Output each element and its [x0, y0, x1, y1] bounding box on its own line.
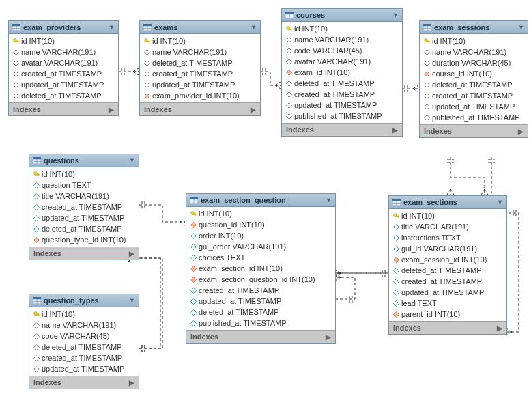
- entity-question_types[interactable]: question_types▼id INT(10)name VARCHAR(19…: [29, 294, 139, 389]
- indexes-section[interactable]: Indexes▶: [9, 102, 118, 115]
- entity-title[interactable]: exam_section_question▼: [186, 194, 335, 207]
- svg-marker-100: [191, 277, 197, 283]
- foreign-key-icon: [190, 277, 196, 282]
- collapse-icon[interactable]: ▼: [326, 197, 332, 204]
- svg-marker-98: [191, 255, 197, 261]
- primary-key-icon: [144, 38, 149, 44]
- svg-marker-29: [14, 50, 19, 55]
- entity-courses[interactable]: courses▼id INT(10)name VARCHAR(191)code …: [281, 8, 403, 137]
- collapse-icon[interactable]: ▼: [392, 12, 399, 18]
- column-row: exam_section_id INT(10): [186, 263, 335, 274]
- column-row: published_at TIMESTAMP: [282, 111, 402, 122]
- entity-title[interactable]: courses▼: [282, 9, 402, 22]
- entity-exams[interactable]: exams▼id INT(10)name VARCHAR(191)deleted…: [139, 20, 261, 116]
- primary-key-icon: [424, 38, 429, 44]
- collapse-icon[interactable]: ▼: [109, 24, 115, 31]
- svg-marker-112: [394, 225, 399, 230]
- collapse-icon[interactable]: ▼: [129, 157, 135, 164]
- column-row: course_id INT(10): [420, 68, 528, 79]
- column-row: exam_id INT(10): [282, 67, 402, 78]
- svg-marker-41: [145, 50, 150, 55]
- collapse-icon[interactable]: ▼: [251, 24, 257, 31]
- column-text: updated_at TIMESTAMP: [294, 101, 377, 109]
- column-icon: [393, 300, 399, 306]
- entity-title[interactable]: exam_providers▼: [9, 21, 118, 34]
- indexes-section[interactable]: Indexes▶: [282, 123, 402, 136]
- column-text: name VARCHAR(191): [42, 321, 116, 329]
- indexes-section[interactable]: Indexes▶: [420, 124, 528, 137]
- column-row: question_id INT(10): [186, 219, 335, 230]
- entity-title[interactable]: exam_sections▼: [389, 196, 506, 209]
- indexes-section[interactable]: Indexes▶: [389, 321, 506, 334]
- column-text: code VARCHAR(45): [294, 46, 362, 55]
- entity-title-text: question_types: [44, 296, 99, 305]
- primary-key-icon: [13, 38, 18, 44]
- collapse-icon[interactable]: ▼: [497, 199, 503, 206]
- svg-marker-82: [34, 183, 40, 188]
- indexes-section[interactable]: Indexes▶: [186, 330, 335, 343]
- column-text: gui_order VARCHAR(191): [199, 242, 286, 251]
- indexes-section[interactable]: Indexes▶: [140, 102, 260, 115]
- column-text: created_at TIMESTAMP: [199, 286, 279, 294]
- column-icon: [13, 49, 18, 55]
- column-text: updated_at TIMESTAMP: [42, 365, 124, 373]
- column-icon: [286, 113, 291, 119]
- column-text: updated_at TIMESTAMP: [152, 81, 235, 89]
- entity-questions[interactable]: questions▼id INT(10)question TEXTtitle V…: [29, 154, 139, 260]
- svg-marker-32: [14, 83, 19, 88]
- column-row: created_at TIMESTAMP: [282, 89, 402, 100]
- column-text: id INT(10): [42, 310, 75, 318]
- foreign-key-icon: [393, 311, 399, 317]
- svg-marker-103: [191, 310, 197, 316]
- svg-marker-73: [425, 104, 430, 110]
- svg-rect-94: [195, 214, 196, 215]
- column-icon: [286, 81, 291, 86]
- column-icon: [190, 288, 196, 293]
- entity-title[interactable]: exams▼: [140, 21, 260, 34]
- column-text: instructions TEXT: [401, 234, 461, 242]
- svg-marker-115: [394, 257, 399, 263]
- foreign-key-icon: [33, 237, 39, 242]
- svg-marker-54: [287, 48, 292, 54]
- svg-marker-57: [287, 81, 292, 87]
- column-row: id INT(10): [9, 36, 118, 46]
- column-icon: [33, 193, 39, 199]
- indexes-section[interactable]: Indexes▶: [29, 247, 139, 260]
- svg-marker-31: [14, 72, 19, 77]
- collapse-icon[interactable]: ▼: [518, 24, 524, 31]
- entity-title-text: exam_sections: [403, 198, 457, 206]
- entity-exam_sections[interactable]: exam_sections▼id INT(10)title VARCHAR(19…: [388, 195, 507, 335]
- entity-title-text: exams: [154, 23, 177, 31]
- entity-exam_section_question[interactable]: exam_section_question▼id INT(10)question…: [186, 193, 336, 344]
- svg-marker-69: [425, 61, 430, 66]
- entity-title[interactable]: question_types▼: [29, 294, 139, 307]
- collapse-icon[interactable]: ▼: [129, 297, 135, 304]
- entity-exam_sessions[interactable]: exam_sessions▼id INT(10)name VARCHAR(191…: [419, 20, 528, 138]
- svg-rect-22: [12, 24, 20, 26]
- entity-title[interactable]: questions▼: [29, 154, 139, 167]
- column-icon: [286, 48, 291, 53]
- column-row: deleted_at TIMESTAMP: [29, 223, 139, 234]
- column-icon: [393, 235, 399, 240]
- indexes-section[interactable]: Indexes▶: [29, 376, 139, 389]
- column-icon: [190, 255, 196, 260]
- column-row: instructions TEXT: [389, 232, 506, 243]
- entity-exam_providers[interactable]: exam_providers▼id INT(10)name VARCHAR(19…: [8, 20, 119, 116]
- column-row: updated_at TIMESTAMP: [29, 212, 139, 223]
- column-text: updated_at TIMESTAMP: [42, 214, 124, 222]
- column-text: created_at TIMESTAMP: [152, 70, 233, 78]
- svg-marker-95: [191, 223, 197, 228]
- svg-marker-60: [287, 114, 292, 120]
- table-icon: [190, 197, 198, 204]
- entity-title[interactable]: exam_sessions▼: [420, 21, 528, 34]
- svg-rect-28: [18, 41, 18, 42]
- svg-marker-132: [34, 367, 40, 372]
- column-row: code VARCHAR(45): [282, 45, 402, 56]
- column-row: deleted_at TIMESTAMP: [29, 341, 139, 352]
- column-icon: [33, 322, 39, 328]
- column-icon: [286, 59, 291, 64]
- svg-rect-105: [392, 199, 401, 201]
- column-row: published_at TIMESTAMP: [186, 318, 335, 328]
- column-icon: [33, 333, 39, 339]
- column-row: updated_at TIMESTAMP: [140, 79, 260, 90]
